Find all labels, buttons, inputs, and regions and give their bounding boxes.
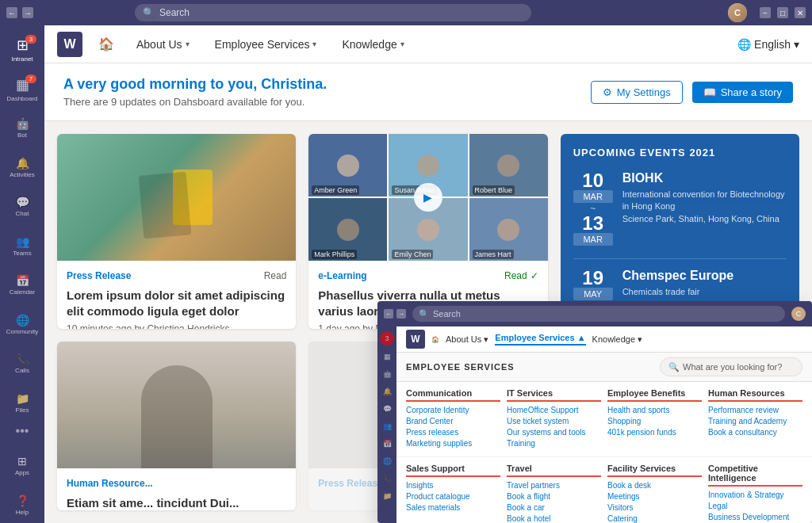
language-selector[interactable]: 🌐 English ▾ [737, 38, 799, 51]
back-button[interactable]: ← [6, 7, 17, 18]
sidebar-item-files[interactable]: 📁 Files [3, 385, 41, 422]
hr-card-body: Human Resource... Etiam sit ame... tinci… [57, 468, 296, 511]
overlay-sidebar-icon-8: 📞 [381, 472, 393, 485]
forward-button[interactable]: → [22, 7, 33, 18]
overlay-sidebar-icon-3: 🔔 [381, 385, 393, 398]
overlay-forward-icon: → [396, 309, 406, 319]
sales-item-1[interactable]: Insights [406, 481, 500, 490]
overlay-knowledge-chevron: ▾ [638, 334, 642, 344]
overlay-search-bar[interactable]: 🔍 What are you looking for? [660, 357, 802, 376]
settings-label: My Settings [617, 86, 671, 98]
overlay-nav-bar: W 🏠 About Us ▾ Employee Services ▲ Knowl… [396, 326, 812, 353]
hr-item-3[interactable]: Book a consultancy [708, 428, 802, 437]
elearning-read-status: Read ✓ [504, 270, 538, 281]
overlay-user-avatar: C [791, 307, 806, 321]
elearning-tag-label: e-Learning [318, 270, 366, 281]
employee-services-overlay: ← → 🔍 Search C 3 ▦ 🤖 🔔 💬 👥 📅 🌐 📞 📁 W [377, 301, 812, 523]
minimize-button[interactable]: − [760, 7, 771, 18]
hr-item-2[interactable]: Training and Academy [708, 417, 802, 426]
sidebar-label-help: Help [16, 509, 29, 516]
overlay-sidebar-icon-6: 📅 [381, 437, 393, 450]
it-item-1[interactable]: HomeOffice Support [507, 406, 601, 414]
travel-item-3[interactable]: Book a car [507, 503, 601, 512]
overlay-sidebar-icon-5: 👥 [381, 420, 393, 433]
overlay-knowledge-label: Knowledge [592, 334, 635, 344]
travel-item-2[interactable]: Book a flight [507, 492, 601, 501]
sidebar-item-apps[interactable]: ⊞ Apps [3, 448, 41, 484]
facility-item-3[interactable]: Visitors [607, 503, 702, 512]
help-icon: ❓ [16, 494, 29, 507]
comm-item-2[interactable]: Brand Center [406, 417, 500, 426]
facility-item-2[interactable]: Meetings [607, 492, 702, 501]
maximize-button[interactable]: □ [777, 7, 788, 18]
sidebar-item-activities[interactable]: 🔔 Activities [3, 150, 41, 186]
events-card: UPCOMING EVENTS 2021 10 MAR ~ 13 MAR BIO… [561, 134, 799, 329]
event-name-chemspec: Chemspec Europe [622, 269, 733, 283]
close-button[interactable]: ✕ [795, 7, 806, 18]
it-item-4[interactable]: Training [507, 439, 601, 448]
video-container: Amber Green Susan White Ro [308, 134, 547, 261]
card-body: Press Release Read Lorem ipsum dolor sit… [57, 261, 296, 329]
sidebar-item-help[interactable]: ❓ Help [3, 487, 41, 524]
overlay-col-it-services: IT Services HomeOffice Support Use ticke… [507, 388, 601, 450]
share-story-button[interactable]: 📖 Share a story [692, 82, 793, 103]
sidebar-label-chat: Chat [16, 210, 29, 217]
ben-item-3[interactable]: 401k pension funds [607, 428, 702, 437]
overlay-address-bar: 🔍 Search [412, 306, 785, 322]
nav-right: 🌐 English ▾ [737, 38, 799, 51]
overlay-columns-row2: Sales Support Insights Product catalogue… [396, 457, 812, 523]
sidebar-more-icon[interactable]: ••• [16, 424, 29, 438]
comm-item-4[interactable]: Marketing supplies [406, 439, 500, 448]
sidebar-item-intranet[interactable]: ⊞ Intranet 3 [3, 32, 41, 68]
my-settings-button[interactable]: ⚙ My Settings [591, 81, 683, 104]
event-end-day: 13 [573, 214, 613, 233]
home-button[interactable]: 🏠 [95, 33, 117, 55]
overlay-search-placeholder: What are you looking for? [683, 362, 782, 372]
sidebar-item-calendar[interactable]: 📅 Calendar [3, 267, 41, 303]
comm-item-3[interactable]: Press releases [406, 428, 500, 437]
it-item-3[interactable]: Our systems and tools [507, 428, 601, 437]
travel-item-1[interactable]: Travel partners [507, 481, 601, 490]
overlay-sidebar-icon-2: 🤖 [381, 368, 393, 380]
calendar-icon: 📅 [16, 274, 29, 287]
sidebar-label-files: Files [16, 407, 29, 414]
sales-item-3[interactable]: Sales materials [406, 503, 500, 512]
nav-item-knowledge[interactable]: Knowledge ▾ [335, 35, 410, 54]
sidebar-item-bot[interactable]: 🤖 Bot [3, 110, 41, 147]
it-item-2[interactable]: Use ticket system [507, 417, 601, 426]
ben-item-2[interactable]: Shopping [607, 417, 702, 426]
sidebar-item-calls[interactable]: 📞 Calls [3, 345, 41, 382]
comm-item-1[interactable]: Corporate Identity [406, 406, 500, 414]
sidebar-item-chat[interactable]: 💬 Chat [3, 189, 41, 225]
overlay-nav-knowledge[interactable]: Knowledge ▾ [592, 334, 643, 345]
overlay-nav-controls: ← → [384, 309, 406, 319]
travel-item-4[interactable]: Book a hotel [507, 514, 601, 523]
nav-item-employee-services[interactable]: Employee Services ▾ [209, 35, 324, 54]
play-button[interactable]: ▶ [414, 183, 442, 212]
facility-item-1[interactable]: Book a desk [607, 481, 702, 490]
sidebar-item-teams[interactable]: 👥 Teams [3, 228, 41, 265]
hr-card-title: Etiam sit ame... tincidunt Dui... [67, 495, 286, 511]
overlay-search-text: Search [433, 309, 461, 319]
overlay-nav-about[interactable]: About Us ▾ [446, 334, 488, 345]
user-avatar[interactable]: C [728, 3, 747, 22]
comp-item-1[interactable]: Innovation & Strategy [708, 491, 802, 499]
welcome-subtitle: There are 9 updates on Dahsboard availab… [63, 96, 327, 108]
overlay-nav-employee-services[interactable]: Employee Services ▲ [495, 333, 585, 345]
sidebar-item-dashboard[interactable]: ▦ Dashboard 7 [3, 71, 41, 108]
sidebar-item-community[interactable]: 🌐 Community [3, 307, 41, 343]
overlay-col-facility: Facility Services Book a desk Meetings V… [607, 464, 702, 523]
event-divider [573, 258, 787, 259]
nav-item-about[interactable]: About Us ▾ [130, 35, 196, 54]
overlay-es-chevron: ▲ [577, 333, 586, 342]
overlay-sidebar-icon-9: 📁 [381, 490, 393, 502]
overlay-sidebar: 3 ▦ 🤖 🔔 💬 👥 📅 🌐 📞 📁 [377, 326, 396, 523]
comp-item-2[interactable]: Legal [708, 502, 802, 510]
hr-item-1[interactable]: Performance review [708, 406, 802, 414]
sidebar: ⊞ Intranet 3 ▦ Dashboard 7 🤖 Bot 🔔 Activ… [0, 25, 44, 523]
comp-item-3[interactable]: Business Development [708, 513, 802, 521]
competitive-heading: Competitive Intelligence [708, 464, 802, 487]
sales-item-2[interactable]: Product catalogue [406, 492, 500, 501]
ben-item-1[interactable]: Health and sports [607, 406, 702, 414]
facility-item-4[interactable]: Catering [607, 514, 702, 523]
